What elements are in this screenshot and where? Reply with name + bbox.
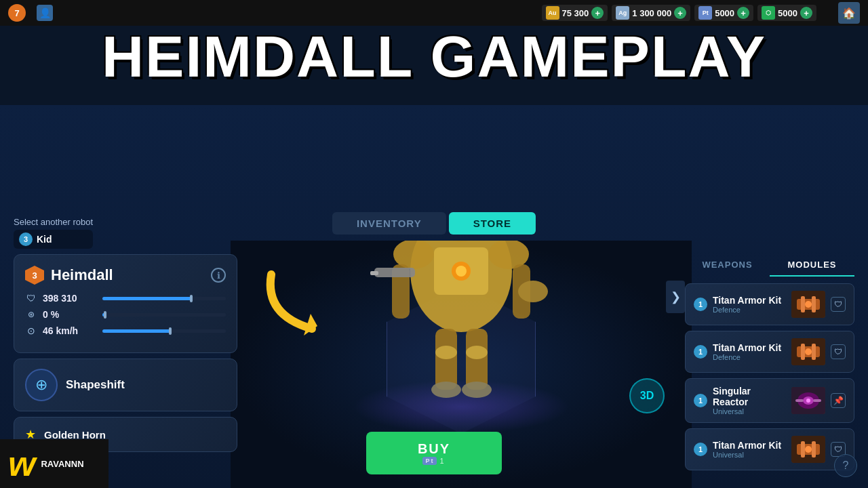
robot-info-icon[interactable]: ℹ [211,268,226,283]
svg-point-13 [518,281,548,302]
robot-level-hex: 3 [25,266,44,285]
module-1-action: 🛡 [831,344,846,359]
ag-value: 1 300 000 [632,8,671,18]
hp-icon: 🛡 [25,293,37,304]
module-item-3[interactable]: 1 Titan Armor Kit Universal 🛡 [685,428,854,470]
tab-modules[interactable]: MODULES [770,254,854,277]
shield-plus-button[interactable]: + [800,7,812,19]
content-area: Select another robot 3 Kid INVENTORY STO… [0,105,868,488]
svg-rect-12 [370,271,378,275]
svg-point-21 [466,346,488,359]
module-item-2[interactable]: 1 Singular Reactor Universal 📌 [685,378,854,423]
svg-point-32 [805,348,812,355]
tab-inventory[interactable]: INVENTORY [332,212,446,235]
robot-selector[interactable]: 3 Kid [14,230,93,249]
module-item-1[interactable]: 1 Titan Armor Kit Defence 🛡 [685,331,854,373]
pt-value: 5000 [715,8,734,18]
main-tabs: INVENTORY STORE [332,212,536,235]
select-robot-label: Select another robot [14,217,93,227]
right-panel: WEAPONS MODULES 1 Titan Armor Kit Defenc… [685,254,854,476]
module-3-badge: 1 [694,443,707,456]
ability-icon: ⊕ [25,369,58,401]
home-icon[interactable]: 🏠 [838,2,860,24]
buy-currency-icon: Pt [422,457,437,465]
speed-bar [102,329,226,333]
buy-button[interactable]: BUY Pt 1 [366,432,502,474]
module-3-image [791,436,825,463]
currency-group: Au 75 300 + Ag 1 300 000 + Pt 5000 + ⬡ 5… [542,5,816,21]
watermark: w RAVANNN [0,439,108,488]
speed-icon: ⊙ [25,325,37,336]
svg-point-17 [462,382,492,398]
svg-point-19 [456,266,467,277]
module-2-name: Singular Reactor [713,386,786,407]
tab-weapons[interactable]: WEAPONS [685,254,770,277]
ability-card[interactable]: ⊕ Shapeshift [14,359,237,411]
robot-silhouette [353,241,570,427]
module-1-info: Titan Armor Kit Defence [713,342,786,361]
svg-point-20 [435,346,457,359]
module-3-name: Titan Armor Kit [713,440,786,451]
hp-value: 398 310 [43,293,97,304]
module-2-info: Singular Reactor Universal [713,386,786,415]
robot-name: Heimdall [51,266,113,284]
module-0-image [791,291,825,318]
module-item-0[interactable]: 1 Titan Armor Kit Defence 🛡 [685,283,854,325]
3d-badge[interactable]: 3D [629,378,665,413]
buy-button-container: BUY Pt 1 [366,432,502,474]
module-3-type: Universal [713,451,786,459]
robot-card: 3 Heimdall ℹ 🛡 398 310 ⊛ 0 % [14,254,237,353]
au-plus-button[interactable]: + [591,7,604,19]
shield-currency-icon: ⬡ [762,6,775,20]
module-1-badge: 1 [694,345,707,359]
main-title: HEIMDALL GAMEPLAY [0,26,868,85]
tab-store[interactable]: STORE [449,212,536,235]
stat-hp: 🛡 398 310 [25,293,226,304]
pt-plus-button[interactable]: + [737,7,749,19]
kid-name: Kid [37,234,52,245]
stat-speed: ⊙ 46 km/h [25,325,226,336]
chevron-right-icon[interactable]: ❯ [666,281,685,313]
svg-rect-42 [812,441,816,458]
module-0-name: Titan Armor Kit [713,295,786,306]
module-0-badge: 1 [694,298,707,311]
def-icon: ⊛ [25,310,37,319]
module-1-name: Titan Armor Kit [713,342,786,353]
module-tabs: WEAPONS MODULES [685,254,854,277]
svg-rect-38 [813,399,821,402]
module-2-image [791,387,825,414]
svg-rect-37 [795,399,804,402]
help-icon[interactable]: ? [834,454,857,477]
left-panel: 3 Heimdall ℹ 🛡 398 310 ⊛ 0 % [14,254,237,452]
svg-rect-41 [801,441,805,458]
robot-name-row: 3 Heimdall ℹ [25,266,226,285]
ag-plus-button[interactable]: + [674,7,686,19]
svg-rect-11 [374,268,415,277]
stat-def: ⊛ 0 % [25,309,226,320]
weapon-name: Golden Horn [44,429,106,441]
buy-cost-value: 1 [439,457,445,465]
module-0-type: Defence [713,306,786,314]
svg-rect-26 [812,296,816,312]
speed-bar-fill [102,329,170,333]
speed-value: 46 km/h [43,325,97,336]
player-level-badge: 7 [8,4,26,22]
select-robot-section: Select another robot 3 Kid [14,217,93,249]
player-avatar-icon: 👤 [37,5,53,21]
module-3-info: Titan Armor Kit Universal [713,440,786,459]
def-bar-tick [104,311,106,319]
pt-icon: Pt [698,6,712,20]
speed-bar-tick [169,327,172,335]
currency-ag: Ag 1 300 000 + [612,5,690,21]
ability-name: Shapeshift [66,378,125,392]
au-icon: Au [546,6,559,20]
hp-bar-fill [102,297,191,300]
hp-bar-tick [190,295,193,302]
kid-level-badge: 3 [19,232,33,246]
watermark-info: RAVANNN [41,459,83,469]
def-bar-fill [102,313,105,317]
watermark-name: RAVANNN [41,459,83,469]
buy-label: BUY [407,441,461,457]
hp-bar [102,297,226,300]
module-2-action: 📌 [831,393,846,408]
